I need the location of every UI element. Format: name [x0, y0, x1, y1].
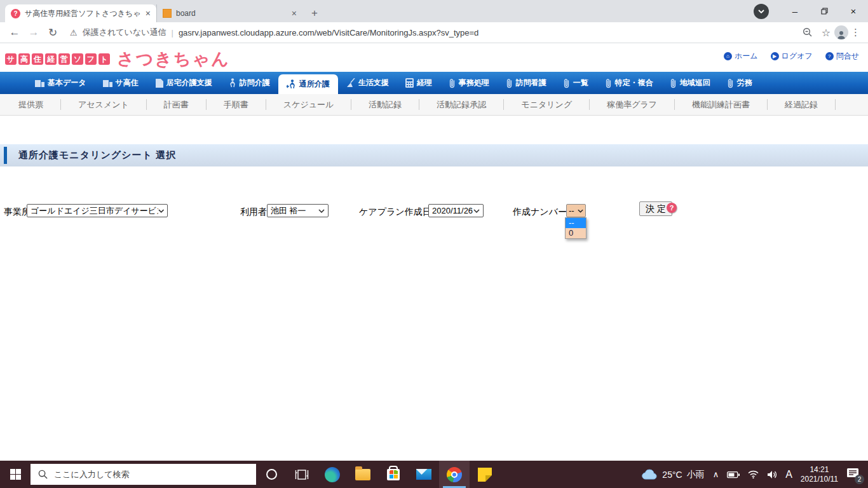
browser-tab-active[interactable]: ? サ高住専用経営ソフトさつきちゃん ×	[5, 4, 156, 22]
sticky-notes-button[interactable]	[470, 461, 500, 488]
logo-badge: 高	[18, 53, 30, 65]
new-tab-button[interactable]: +	[302, 4, 327, 22]
edge-icon	[325, 467, 340, 482]
nav-item-day-care-active[interactable]: 通所介護	[278, 74, 338, 94]
logoff-link[interactable]: ▶ ログオフ	[771, 51, 813, 62]
subnav-teikyohyo[interactable]: 提供票	[1, 99, 61, 110]
paperclip-icon	[563, 78, 570, 88]
restore-icon	[821, 8, 828, 15]
microsoft-store-button[interactable]	[378, 461, 409, 488]
number-select[interactable]: --	[566, 204, 586, 217]
address-bar[interactable]: ⚠ 保護されていない通信 | gasrv.japanwest.cloudapp.…	[62, 27, 834, 39]
chevron-down-icon	[578, 209, 583, 213]
cloud-icon	[641, 469, 658, 480]
nav-item-visiting-care[interactable]: 訪問介護	[220, 72, 278, 94]
nav-item-sakoju[interactable]: サ高住	[95, 72, 147, 94]
taskbar-search-input[interactable]: ここに入力して検索	[31, 464, 256, 485]
notification-center-button[interactable]: 2	[846, 468, 862, 482]
chevron-down-icon	[758, 10, 764, 13]
dropdown-option-dash[interactable]: --	[566, 218, 586, 228]
nav-item-basic-data[interactable]: 基本データ	[27, 72, 95, 94]
inquiry-link-label: 問合せ	[836, 51, 859, 62]
user-select[interactable]: 池田 裕一	[267, 204, 329, 217]
profile-avatar[interactable]	[834, 25, 848, 39]
folder-icon	[355, 469, 370, 480]
nav-item-visiting-nursing[interactable]: 訪問看護	[498, 72, 555, 94]
careplan-date-select[interactable]: 2020/11/26	[428, 204, 484, 217]
building-icon	[103, 79, 112, 87]
careplan-date-label: ケアプラン作成日	[359, 207, 431, 218]
subnav-katsudokiroku-shonin[interactable]: 活動記録承認	[419, 99, 504, 110]
walking-person-icon	[229, 78, 236, 88]
taskbar-clock[interactable]: 14:21 2021/10/11	[801, 465, 838, 484]
sticky-notes-icon	[478, 468, 492, 482]
browser-menu-icon[interactable]: ⋮	[848, 27, 863, 38]
home-link[interactable]: ⌂ ホーム	[724, 51, 758, 62]
subnav-keikakusho[interactable]: 計画書	[147, 99, 207, 110]
tab-close-icon[interactable]: ×	[292, 8, 297, 18]
subnav-kadoritsu-graph[interactable]: 稼働率グラフ	[590, 99, 675, 110]
reload-button[interactable]: ↻	[43, 26, 62, 39]
office-select[interactable]: ゴールドエイジ三日市デイサービス	[27, 204, 168, 217]
page-title-band: 通所介護モニタリングシート 選択	[0, 144, 868, 166]
volume-icon[interactable]	[767, 470, 777, 479]
browser-tab-board[interactable]: board ×	[156, 4, 302, 22]
start-button[interactable]	[0, 461, 31, 488]
task-view-button[interactable]	[287, 461, 317, 488]
bookmark-star-icon[interactable]: ☆	[822, 27, 831, 39]
ime-indicator[interactable]: A	[785, 469, 792, 480]
time-text: 14:21	[810, 465, 829, 474]
edge-button[interactable]	[317, 461, 348, 488]
logoff-icon: ▶	[771, 52, 779, 60]
url-text[interactable]: gasrv.japanwest.cloudapp.azure.com/web/V…	[179, 28, 478, 37]
chrome-button[interactable]	[439, 461, 470, 488]
logo-badge: 経	[45, 53, 57, 65]
nav-item-list[interactable]: 一覧	[555, 72, 597, 94]
nav-item-specified-composite[interactable]: 特定・複合	[597, 72, 661, 94]
nav-item-accounting[interactable]: 経理	[397, 72, 440, 94]
nav-item-life-support[interactable]: 生活支援	[338, 72, 397, 94]
subnav-keikakiroku[interactable]: 経過記録	[768, 99, 836, 110]
title-accent-bar	[4, 147, 7, 164]
number-select-dropdown: -- 0	[565, 217, 587, 239]
forward-button[interactable]: →	[24, 26, 43, 39]
help-icon[interactable]: ?	[667, 203, 677, 213]
nav-item-labor[interactable]: 労務	[719, 72, 761, 94]
store-icon	[387, 469, 400, 480]
restore-button[interactable]	[810, 0, 839, 22]
page-content: サ 高 住 経 営 ソ フ ト さつきちゃん ⌂ ホーム ▶ ログオフ ? 問合…	[0, 43, 868, 461]
nav-item-regional-patrol[interactable]: 地域巡回	[661, 72, 719, 94]
show-hidden-icons-chevron[interactable]: ∧	[713, 470, 719, 479]
weather-widget[interactable]: 25°C 小雨	[641, 469, 704, 480]
subnav-assessment[interactable]: アセスメント	[61, 99, 147, 110]
mail-button[interactable]	[409, 461, 439, 488]
zoom-out-icon[interactable]	[803, 27, 813, 37]
app-logo: サ 高 住 経 営 ソ フ ト さつきちゃん	[5, 48, 230, 71]
back-button[interactable]: ←	[5, 26, 24, 39]
dropdown-option-zero[interactable]: 0	[566, 228, 586, 238]
media-controls-button[interactable]	[754, 4, 769, 19]
broom-icon	[346, 78, 355, 88]
subnav-tejunsho[interactable]: 手順書	[207, 99, 266, 110]
weather-condition-text: 小雨	[687, 469, 705, 480]
question-icon: ?	[825, 52, 834, 60]
subnav-katsudokiroku[interactable]: 活動記録	[351, 99, 419, 110]
file-explorer-button[interactable]	[348, 461, 378, 488]
app-header: サ 高 住 経 営 ソ フ ト さつきちゃん ⌂ ホーム ▶ ログオフ ? 問合…	[0, 43, 868, 72]
close-window-button[interactable]: ×	[839, 0, 868, 22]
subnav-kinokunren-keikakusho[interactable]: 機能訓練計画書	[675, 99, 768, 110]
battery-icon[interactable]	[727, 471, 740, 478]
not-secure-icon[interactable]: ⚠	[70, 28, 78, 37]
nav-item-office-work[interactable]: 事務処理	[440, 72, 498, 94]
tab-close-icon[interactable]: ×	[146, 8, 151, 18]
logo-badge: ト	[98, 53, 110, 65]
subnav-monitoring[interactable]: モニタリング	[504, 99, 590, 110]
nav-item-home-care-support[interactable]: 居宅介護支援	[147, 72, 220, 94]
subnav-schedule[interactable]: スケジュール	[266, 99, 352, 110]
inquiry-link[interactable]: ? 問合せ	[825, 51, 859, 62]
wifi-icon[interactable]	[748, 470, 759, 478]
cortana-button[interactable]	[256, 461, 287, 488]
home-icon: ⌂	[724, 52, 732, 60]
minimize-button[interactable]: –	[780, 0, 810, 22]
home-link-label: ホーム	[735, 51, 758, 62]
